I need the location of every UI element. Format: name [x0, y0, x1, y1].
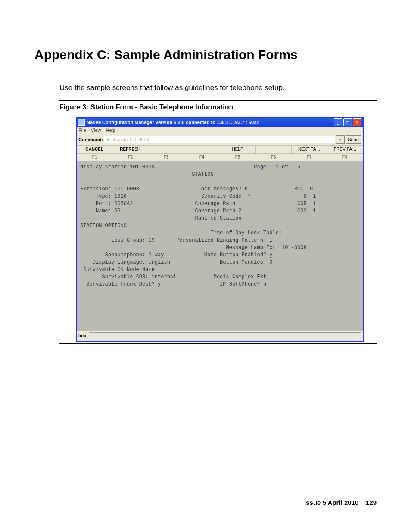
toolbar-row: CANCEL REFRESH HELP NEXT PA… PREV PA… — [77, 146, 363, 154]
mute-val: y — [269, 252, 272, 258]
msglamp-val: 101-0008 — [282, 245, 307, 251]
menubar: File View Help — [77, 127, 363, 134]
terminal-area: display station 101-0008 Page 1 of 5 STA… — [77, 161, 363, 330]
fkey-f5: F5 — [220, 154, 255, 161]
type-label: Type: — [96, 193, 111, 199]
tn-label: TN: — [300, 193, 310, 199]
rule-top — [59, 100, 377, 101]
gk-label: Survivable GK Node Name: — [83, 267, 158, 273]
hunt-label: Hunt-to Station: — [195, 215, 244, 221]
mute-label: Mute Button Enabled? — [204, 252, 266, 258]
cos-label: COS: — [297, 208, 310, 214]
send-button[interactable]: Send — [346, 135, 361, 144]
cor-val: 1 — [313, 201, 316, 207]
fkey-row: F1 F2 F3 F4 F5 F6 F7 F8 — [77, 154, 363, 161]
toolbar-blank-3 — [256, 146, 292, 153]
term-title: STATION — [192, 171, 213, 177]
lock-val: n — [245, 186, 248, 192]
tn-val: 1 — [313, 193, 316, 199]
toolbar-blank-2 — [184, 146, 220, 153]
window-title: Native Configuration Manager Version 5.2… — [87, 120, 334, 125]
port-val: S06042 — [114, 201, 133, 207]
cor-label: COR: — [297, 201, 310, 207]
close-button[interactable]: × — [353, 118, 361, 126]
footer-page: 129 — [366, 499, 377, 506]
command-label: Command: — [78, 137, 103, 142]
footer-issue: Issue 5 April 2010 — [304, 499, 358, 506]
info-label: Info: — [78, 333, 88, 338]
trunk-label: Survivable Trunk Dest? — [86, 281, 154, 287]
type-val: 1616 — [114, 193, 127, 199]
term-cmd: display station 101-0008 — [80, 164, 155, 170]
ext-val: 101-0008 — [114, 186, 139, 192]
loss-label: Loss Group: — [111, 237, 145, 243]
section-label: STATION OPTIONS — [80, 223, 127, 229]
media-label: Media Complex Ext: — [214, 274, 270, 280]
sec-val: * — [248, 193, 251, 199]
cov2-label: Coverage Path 2: — [195, 208, 244, 214]
ring-label: Personalized Ringing Pattern: — [176, 237, 266, 243]
figure-caption: Figure 3: Station Form - Basic Telephone… — [59, 103, 377, 111]
sec-label: Security Code: — [201, 193, 245, 199]
trunk-val: y — [158, 281, 161, 287]
ext-label: Extension: — [80, 186, 111, 192]
cov1-label: Coverage Path 1: — [195, 201, 244, 207]
refresh-button[interactable]: REFRESH — [112, 146, 148, 153]
fkey-f3: F3 — [148, 154, 184, 161]
menu-help[interactable]: Help — [106, 128, 116, 133]
titlebar[interactable]: Native Configuration Manager Version 5.2… — [77, 118, 363, 127]
page-heading: Appendix C: Sample Administration Forms — [34, 47, 377, 62]
scor-label: Survivable COR: — [102, 274, 148, 280]
fkey-f2: F2 — [112, 154, 148, 161]
displang-val: english — [148, 259, 170, 265]
lock-label: Lock Messages? — [198, 186, 242, 192]
page-of: of — [282, 164, 288, 170]
page-label: Page — [254, 164, 266, 170]
bcc-val: 0 — [310, 186, 313, 192]
command-row: Command: ▾ Send — [77, 134, 363, 146]
page-total: 5 — [297, 164, 300, 170]
command-input[interactable] — [104, 136, 335, 143]
cancel-button[interactable]: CANCEL — [77, 146, 112, 153]
toolbar-blank-1 — [148, 146, 184, 153]
fkey-f1: F1 — [77, 154, 112, 161]
bcc-label: BCC: — [294, 186, 307, 192]
ring-val: 1 — [269, 237, 272, 243]
page-cur: 1 — [276, 164, 279, 170]
info-field — [89, 332, 361, 339]
loss-val: 19 — [148, 237, 154, 243]
port-label: Port: — [96, 201, 111, 207]
next-page-button[interactable]: NEXT PA… — [292, 146, 327, 153]
spk-val: 2-way — [148, 252, 164, 258]
displang-label: Display Language: — [93, 259, 145, 265]
minimize-button[interactable]: _ — [334, 118, 342, 126]
app-icon — [78, 119, 85, 126]
ipsoft-val: n — [263, 281, 266, 287]
cos-val: 1 — [313, 208, 316, 214]
fkey-f7: F7 — [291, 154, 327, 161]
menu-file[interactable]: File — [78, 128, 86, 133]
btnmod-label: Button Modules: — [220, 259, 266, 265]
tod-label: Time of Day Lock Table: — [210, 230, 282, 236]
scor-val: internal — [152, 274, 177, 280]
btnmod-val: 0 — [269, 259, 272, 265]
maximize-button[interactable]: □ — [343, 118, 352, 126]
name-label: Name: — [96, 208, 111, 214]
help-button[interactable]: HELP — [220, 146, 256, 153]
msglamp-label: Message Lamp Ext: — [226, 245, 278, 251]
ipsoft-label: IP SoftPhone? — [220, 281, 260, 287]
info-row: Info: — [77, 330, 363, 341]
fkey-f6: F6 — [255, 154, 291, 161]
page-footer: Issue 5 April 2010 129 — [304, 499, 377, 506]
fkey-f4: F4 — [184, 154, 220, 161]
name-val: GG — [114, 208, 120, 214]
prev-page-button[interactable]: PREV PA… — [327, 146, 363, 153]
spk-label: Speakerphone: — [105, 252, 146, 258]
intro-text: Use the sample screens that follow as gu… — [59, 84, 377, 92]
app-window: Native Configuration Manager Version 5.2… — [76, 117, 364, 342]
command-dropdown-icon[interactable]: ▾ — [336, 135, 345, 144]
rule-bottom — [59, 343, 377, 344]
menu-view[interactable]: View — [91, 128, 101, 133]
fkey-f8: F8 — [327, 154, 363, 161]
